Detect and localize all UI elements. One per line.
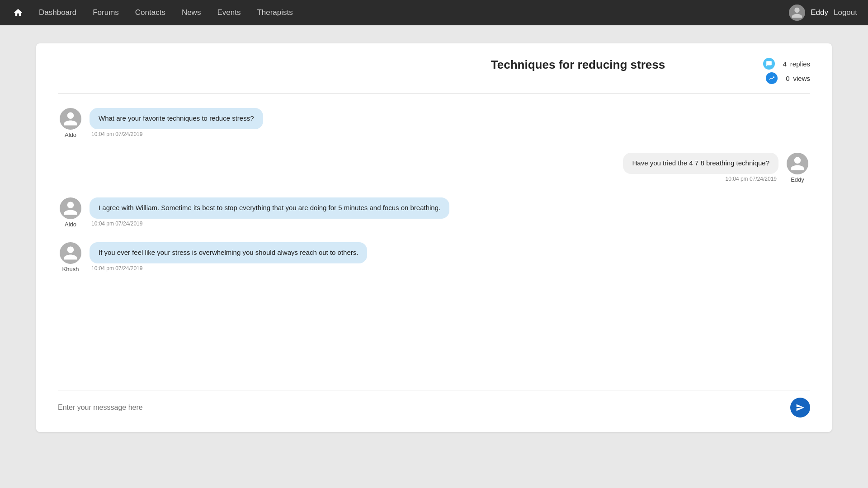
nav-user-area: Eddy Logout — [789, 5, 857, 21]
navbar: Dashboard Forums Contacts News Events Th… — [0, 0, 868, 25]
message-block: AldoWhat are your favorite techniques to… — [58, 108, 810, 138]
replies-label: replies — [790, 60, 810, 68]
message-username: Aldo — [65, 221, 76, 228]
avatar-col: Aldo — [58, 108, 83, 138]
nav-username: Eddy — [811, 8, 828, 17]
user-avatar — [789, 5, 805, 21]
nav-events[interactable]: Events — [211, 0, 247, 25]
message-bubble: I agree with William. Sometime its best … — [90, 197, 449, 219]
nav-dashboard[interactable]: Dashboard — [33, 0, 83, 25]
message-content: I agree with William. Sometime its best … — [90, 197, 449, 227]
messages-area: AldoWhat are your favorite techniques to… — [58, 108, 810, 390]
avatar-col: Khush — [58, 242, 83, 272]
message-time: 10:04 pm 07/24/2019 — [90, 131, 263, 137]
input-bar — [58, 390, 810, 418]
message-content: If you ever feel like your stress is ove… — [90, 242, 367, 272]
avatar — [60, 197, 81, 219]
replies-icon — [763, 58, 775, 70]
message-block: KhushIf you ever feel like your stress i… — [58, 242, 810, 272]
replies-stat: 4 replies — [763, 58, 810, 70]
views-icon — [766, 72, 778, 84]
logout-button[interactable]: Logout — [834, 8, 857, 17]
avatar-col: Aldo — [58, 197, 83, 228]
message-content: What are your favorite techniques to red… — [90, 108, 263, 137]
avatar-col: Eddy — [785, 153, 810, 183]
replies-count: 4 — [778, 60, 787, 68]
message-block: AldoI agree with William. Sometime its b… — [58, 197, 810, 228]
nav-news[interactable]: News — [175, 0, 208, 25]
message-bubble: What are your favorite techniques to red… — [90, 108, 263, 129]
avatar — [787, 153, 808, 174]
thread-title: Techniques for reducing stress — [405, 58, 751, 72]
message-username: Khush — [62, 266, 79, 272]
home-button[interactable] — [11, 5, 25, 20]
message-bubble: If you ever feel like your stress is ove… — [90, 242, 367, 263]
views-count: 0 — [781, 75, 789, 82]
avatar — [60, 108, 81, 130]
views-label: views — [793, 75, 810, 82]
message-username: Aldo — [65, 131, 76, 138]
views-stat: 0 views — [766, 72, 810, 84]
thread-card: Techniques for reducing stress 4 replies… — [36, 43, 832, 432]
message-time: 10:04 pm 07/24/2019 — [90, 221, 449, 227]
message-content: Have you tried the 4 7 8 breathing techn… — [623, 153, 778, 182]
page-wrapper: Techniques for reducing stress 4 replies… — [0, 25, 868, 450]
message-input[interactable] — [58, 400, 785, 415]
message-time: 10:04 pm 07/24/2019 — [724, 176, 778, 182]
nav-forums[interactable]: Forums — [86, 0, 125, 25]
message-time: 10:04 pm 07/24/2019 — [90, 265, 367, 272]
card-header: Techniques for reducing stress 4 replies… — [58, 58, 810, 94]
message-bubble: Have you tried the 4 7 8 breathing techn… — [623, 153, 778, 174]
message-username: Eddy — [791, 176, 804, 183]
nav-contacts[interactable]: Contacts — [129, 0, 172, 25]
avatar — [60, 242, 81, 264]
message-block: EddyHave you tried the 4 7 8 breathing t… — [58, 153, 810, 183]
thread-stats: 4 replies 0 views — [751, 58, 810, 84]
nav-therapists[interactable]: Therapists — [250, 0, 299, 25]
send-button[interactable] — [790, 398, 810, 418]
